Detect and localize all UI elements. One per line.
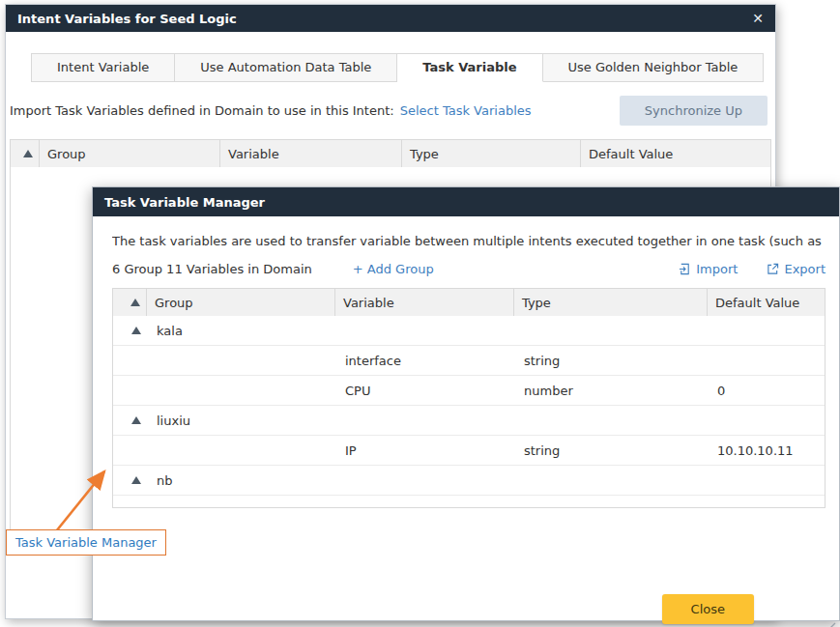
export-label: Export: [784, 262, 826, 276]
manager-summary-row: 6 Group 11 Variables in Domain + Add Gro…: [112, 262, 826, 276]
collapse-group-icon[interactable]: [131, 476, 141, 484]
variable-type: string: [514, 443, 708, 458]
variable-default-value: 10.10.10.11: [708, 443, 825, 458]
tab-intent-variable[interactable]: Intent Variable: [31, 53, 175, 82]
manager-title: Task Variable Manager: [104, 195, 265, 210]
export-icon: [767, 263, 779, 275]
tab-use-golden-neighbor-table[interactable]: Use Golden Neighbor Table: [543, 53, 765, 82]
import-icon: [679, 263, 691, 275]
group-name: kala: [147, 324, 335, 338]
variable-type: string: [514, 354, 708, 368]
collapse-all-icon[interactable]: [130, 299, 140, 306]
intent-table-header: Group Variable Type Default Value: [11, 140, 770, 167]
manager-table: Group Variable Type Default Value kala: [112, 288, 826, 508]
table-row-variable[interactable]: CPU number 0: [113, 376, 825, 406]
manager-description: The task variables are used to transfer …: [112, 234, 826, 248]
table-row-variable[interactable]: interface string: [113, 346, 825, 376]
variable-type: number: [514, 384, 708, 398]
table-row-group[interactable]: kala: [113, 316, 825, 346]
task-variable-manager-modal: Task Variable Manager The task variables…: [92, 186, 840, 621]
import-label: Import: [696, 262, 738, 276]
table-row-group[interactable]: nb: [113, 466, 825, 496]
column-header-group: Group: [147, 289, 335, 316]
add-group-link[interactable]: + Add Group: [353, 262, 434, 276]
intent-table-expander-header: [11, 140, 40, 167]
variable-name: interface: [335, 354, 514, 368]
manager-body: The task variables are used to transfer …: [93, 234, 839, 627]
manager-table-expander-header: [113, 289, 147, 316]
import-hint-text: Import Task Variables defined in Domain …: [10, 103, 394, 118]
column-header-type: Type: [402, 140, 581, 167]
table-row-variable[interactable]: IP string 10.10.10.11: [113, 436, 825, 466]
collapse-all-icon[interactable]: [23, 150, 33, 157]
export-link[interactable]: Export: [767, 262, 826, 276]
group-variable-count: 6 Group 11 Variables in Domain: [112, 262, 312, 276]
manager-table-header: Group Variable Type Default Value: [113, 289, 825, 316]
resize-handle[interactable]: [825, 618, 836, 627]
annotation-label: Task Variable Manager: [6, 529, 166, 556]
variable-default-value: 0: [708, 384, 825, 398]
close-button[interactable]: Close: [662, 594, 754, 624]
import-link[interactable]: Import: [679, 262, 738, 276]
import-export-links: Import Export: [679, 262, 826, 276]
manager-header: Task Variable Manager: [93, 187, 839, 216]
column-header-default-value: Default Value: [708, 289, 825, 316]
close-icon[interactable]: ✕: [752, 11, 764, 26]
intent-dialog-title: Intent Variables for Seed Logic: [17, 12, 237, 26]
annotation-label-text: Task Variable Manager: [15, 535, 157, 550]
collapse-group-icon[interactable]: [131, 416, 141, 424]
column-header-default-value: Default Value: [581, 140, 770, 167]
collapse-group-icon[interactable]: [131, 327, 141, 334]
tab-task-variable[interactable]: Task Variable: [397, 53, 542, 82]
group-name: nb: [147, 473, 335, 488]
group-name: liuxiu: [147, 413, 335, 428]
column-header-type: Type: [514, 289, 708, 316]
tab-bar: Intent Variable Use Automation Data Tabl…: [31, 53, 771, 82]
table-row-group[interactable]: liuxiu: [113, 406, 825, 436]
synchronize-up-button[interactable]: Synchronize Up: [620, 96, 768, 126]
screen: Intent Variables for Seed Logic ✕ Intent…: [0, 0, 840, 627]
variable-name: CPU: [335, 384, 514, 398]
variable-name: IP: [335, 443, 514, 458]
select-task-variables-link[interactable]: Select Task Variables: [400, 103, 532, 118]
expander-cell: [113, 327, 147, 334]
tab-use-automation-data-table[interactable]: Use Automation Data Table: [175, 53, 397, 82]
import-hint-row: Import Task Variables defined in Domain …: [10, 96, 771, 126]
column-header-variable: Variable: [335, 289, 514, 316]
expander-cell: [113, 416, 147, 424]
column-header-group: Group: [40, 140, 220, 167]
intent-dialog-header: Intent Variables for Seed Logic ✕: [6, 5, 775, 32]
expander-cell: [113, 476, 147, 484]
column-header-variable: Variable: [220, 140, 402, 167]
table-footer-space: [113, 496, 825, 507]
